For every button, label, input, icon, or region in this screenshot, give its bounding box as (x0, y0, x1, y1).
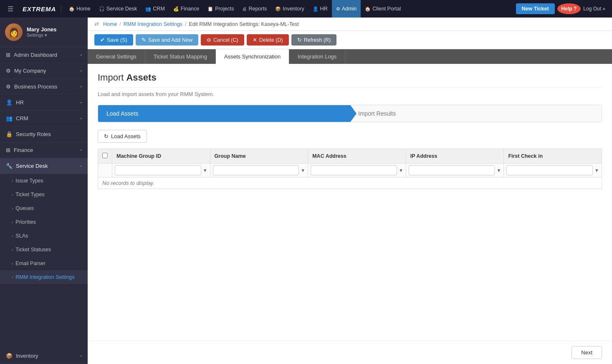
sidebar-sub-item-email-parser[interactable]: › Email Parser (0, 257, 88, 270)
nav-item-admin[interactable]: ⚙Admin (332, 0, 361, 18)
wizard-step-load-assets[interactable]: Load Assets (98, 105, 350, 122)
chevron-icon: › (12, 248, 13, 252)
expand-icon: ▪ (80, 100, 82, 105)
sidebar-item-crm[interactable]: 👥 CRM ▪ (0, 111, 88, 126)
delete-button[interactable]: ✕ Delete (D) (247, 34, 289, 46)
nav-item-reports[interactable]: 🖨Reports (238, 0, 271, 18)
filter-machine-group-id-input[interactable] (115, 165, 201, 175)
breadcrumb-sep2: / (185, 21, 186, 27)
sidebar-sub-item-priorities[interactable]: › Priorities (0, 215, 88, 229)
table-no-records-row: No records to display. (98, 177, 602, 189)
finance-icon: ⊞ (6, 147, 10, 153)
sidebar-item-service-desk[interactable]: 🔧 Service Desk ▪ (0, 158, 88, 174)
expand-icon: ▪ (80, 116, 82, 121)
sidebar-settings-link[interactable]: Settings ▾ (27, 33, 57, 38)
breadcrumb-sep1: / (119, 21, 121, 27)
sidebar-sub-item-rmm-integration[interactable]: › RMM Integration Settings (0, 270, 88, 284)
cancel-icon: ⊖ (207, 37, 211, 43)
breadcrumb-rmm-settings[interactable]: RMM Integration Settings (124, 21, 182, 27)
filter-ip-address-input[interactable] (409, 165, 495, 175)
table-header-group-name: Group Name (210, 149, 308, 164)
sidebar-sub-item-issue-types[interactable]: › Issue Types (0, 174, 88, 188)
sidebar-item-inventory[interactable]: 📦 Inventory ▪ (0, 348, 88, 364)
filter-first-check-in-icon[interactable]: ▼ (594, 168, 599, 173)
hr-icon: 👤 (6, 99, 13, 106)
next-button[interactable]: Next (572, 346, 602, 359)
new-ticket-button[interactable]: New Ticket (516, 3, 555, 14)
hamburger-icon[interactable]: ☰ (3, 5, 18, 13)
nav-item-client-portal[interactable]: 🏠Client Portal (361, 0, 405, 18)
sidebar-item-business-process[interactable]: ⚙ Business Process ▪ (0, 79, 88, 95)
sidebar: 👩 Mary Jones Settings ▾ ⊞ Admin Dashboar… (0, 18, 88, 364)
table-header-mac-address: MAC Address (308, 149, 406, 164)
tab-ticket-status-mapping[interactable]: Ticket Status Mapping (145, 49, 216, 64)
wizard-steps: Load Assets Import Results (98, 105, 602, 122)
select-all-checkbox[interactable] (102, 153, 108, 158)
nav-item-hr[interactable]: 👤HR (309, 0, 332, 18)
no-records-message: No records to display. (98, 177, 602, 189)
tab-assets-synchronization[interactable]: Assets Synchronization (216, 49, 289, 64)
sidebar-item-my-company[interactable]: ⚙ My Company ▪ (0, 63, 88, 79)
table-header-ip-address: IP Address (406, 149, 504, 164)
main-layout: 👩 Mary Jones Settings ▾ ⊞ Admin Dashboar… (0, 18, 612, 364)
sidebar-item-security-roles[interactable]: 🔒 Security Roles (0, 126, 88, 142)
expand-icon: ▪ (80, 68, 82, 73)
refresh-icon: ↻ (297, 37, 302, 43)
table-header-first-check-in: First Check in (504, 149, 602, 164)
load-assets-button[interactable]: ↻ Load Assets (98, 130, 147, 143)
filter-group-name-icon[interactable]: ▼ (301, 168, 305, 173)
nav-item-crm[interactable]: 👥CRM (141, 0, 169, 18)
filter-mac-address-input[interactable] (311, 165, 397, 175)
sidebar-username: Mary Jones (27, 26, 57, 33)
filter-mac-address-icon[interactable]: ▼ (399, 168, 403, 173)
sidebar-sub-item-queues[interactable]: › Queues (0, 202, 88, 215)
filter-machine-group-id-icon[interactable]: ▼ (203, 168, 207, 173)
nav-item-projects[interactable]: 📋Projects (203, 0, 238, 18)
logout-link[interactable]: Log Out » (583, 6, 605, 12)
filter-ip-address-icon[interactable]: ▼ (496, 168, 501, 173)
nav-item-inventory[interactable]: 📦Inventory (271, 0, 308, 18)
sidebar-user: 👩 Mary Jones Settings ▾ (0, 18, 88, 47)
expand-icon: ▪ (80, 84, 82, 89)
chevron-icon: › (12, 234, 13, 238)
nav-item-servicedesk[interactable]: 🎧Service Desk (95, 0, 142, 18)
nav-item-finance[interactable]: 💰Finance (169, 0, 203, 18)
bottom-bar: Next (88, 341, 612, 364)
help-button[interactable]: Help ? (557, 3, 581, 14)
filter-group-name: ▼ (210, 164, 308, 177)
refresh-button[interactable]: ↻ Refresh (R) (291, 34, 337, 46)
filter-mac-address: ▼ (308, 164, 406, 177)
cancel-button[interactable]: ⊖ Cancel (C) (201, 34, 244, 46)
sidebar-item-hr[interactable]: 👤 HR ▪ (0, 95, 88, 111)
my-company-icon: ⚙ (6, 68, 11, 74)
breadcrumb-current: Edit RMM Integration Settings: Kaseya-ML… (189, 21, 298, 27)
wizard-step-import-results[interactable]: Import Results (350, 105, 602, 122)
crm-icon: 👥 (6, 115, 13, 121)
tab-general-settings[interactable]: General Settings (88, 49, 145, 64)
sidebar-item-finance[interactable]: ⊞ Finance ▪ (0, 142, 88, 158)
chevron-icon: › (12, 192, 13, 197)
nav-item-home[interactable]: 🏠Home (65, 0, 94, 18)
expand-icon: ▪ (80, 354, 82, 358)
inventory-icon: 📦 (6, 353, 13, 359)
breadcrumb-home[interactable]: Home (103, 21, 117, 27)
chevron-icon: › (12, 206, 13, 211)
sidebar-sub-item-ticket-statuses[interactable]: › Ticket Statuses (0, 243, 88, 257)
save-button[interactable]: ✔ Save (S) (94, 34, 133, 46)
sidebar-item-admin-dashboard[interactable]: ⊞ Admin Dashboard ▪ (0, 47, 88, 63)
save-icon: ✔ (100, 37, 105, 43)
filter-first-check-in-input[interactable] (506, 165, 593, 175)
save-and-add-new-button[interactable]: ✎ Save and Add New (136, 34, 198, 46)
filter-checkbox-cell (98, 164, 112, 177)
assets-table: Machine Group ID Group Name MAC Address … (98, 149, 602, 189)
nav-items: 🏠Home 🎧Service Desk 👥CRM 💰Finance 📋Proje… (61, 0, 516, 18)
sidebar-sub-item-ticket-types[interactable]: › Ticket Types (0, 188, 88, 202)
sidebar-sub-item-slas[interactable]: › SLAs (0, 229, 88, 243)
content-area: ⇄ Home / RMM Integration Settings / Edit… (88, 18, 612, 364)
tab-integration-logs[interactable]: Integration Logs (289, 49, 345, 64)
tabs-bar: General Settings Ticket Status Mapping A… (88, 49, 612, 64)
toolbar: ✔ Save (S) ✎ Save and Add New ⊖ Cancel (… (88, 31, 612, 49)
filter-group-name-input[interactable] (213, 165, 299, 175)
filter-ip-address: ▼ (406, 164, 504, 177)
load-assets-refresh-icon: ↻ (104, 133, 109, 139)
